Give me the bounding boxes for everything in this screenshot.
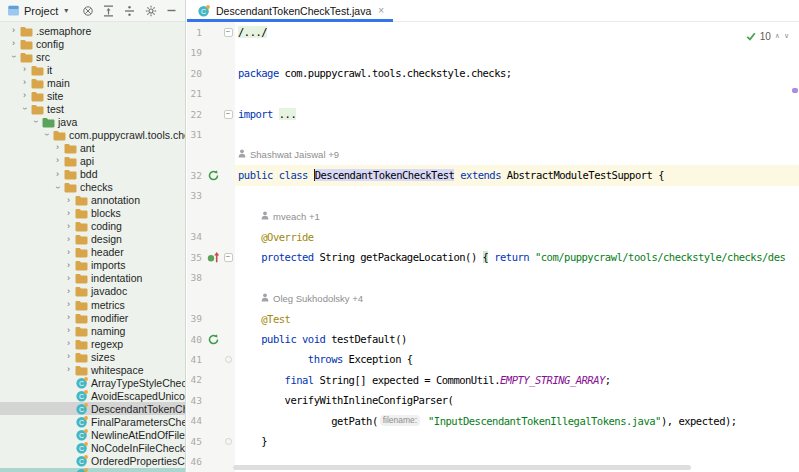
gutter-line-number[interactable]: 20: [187, 63, 205, 83]
tree-item-src[interactable]: ›src: [0, 50, 185, 63]
chevron-expanded-icon[interactable]: ›: [20, 103, 29, 114]
tree-item-indentation[interactable]: ›indentation: [0, 272, 185, 285]
hide-panel-icon[interactable]: [165, 4, 178, 17]
fold-collapsed-icon[interactable]: −: [221, 104, 235, 124]
tree-item-api[interactable]: ›api: [0, 154, 185, 167]
code-line-41[interactable]: 41 throws Exception {: [187, 349, 799, 369]
fold-region-icon[interactable]: [221, 431, 235, 451]
fold-region-icon[interactable]: [221, 349, 235, 369]
gutter-line-number[interactable]: 42: [187, 370, 205, 390]
chevron-expanded-icon[interactable]: ›: [42, 129, 51, 140]
code-line-21[interactable]: 21: [187, 83, 799, 103]
code-line-42[interactable]: 42 final String[] expected = CommonUtil.…: [187, 370, 799, 390]
tree-item-sizes[interactable]: ›sizes: [0, 350, 185, 363]
author-code-vision-row[interactable]: Oleg Sukhodolsky +4: [187, 288, 799, 308]
gutter-line-number[interactable]: 38: [187, 267, 205, 287]
code-line-39[interactable]: 39 @Test: [187, 308, 799, 328]
close-icon[interactable]: ×: [378, 5, 384, 16]
tree-item-NoCodeInFileCheckTest[interactable]: CNoCodeInFileCheckTest: [0, 442, 185, 455]
gutter-line-number[interactable]: 22: [187, 104, 205, 124]
gutter-line-number[interactable]: 21: [187, 83, 205, 103]
tree-item-main[interactable]: ›main: [0, 76, 185, 89]
run-test-icon[interactable]: [205, 165, 221, 185]
code-line-31[interactable]: 31: [187, 124, 799, 144]
gutter-line-number[interactable]: 1: [187, 22, 205, 42]
tree-item-naming[interactable]: ›naming: [0, 324, 185, 337]
chevron-expanded-icon[interactable]: ›: [53, 182, 62, 193]
chevron-collapsed-icon[interactable]: ›: [63, 287, 74, 296]
chevron-collapsed-icon[interactable]: ›: [63, 300, 74, 309]
chevron-expanded-icon[interactable]: ›: [31, 116, 40, 127]
gutter-line-number[interactable]: 40: [187, 329, 205, 349]
horizontal-scrollbar[interactable]: [233, 465, 691, 470]
chevron-collapsed-icon[interactable]: ›: [63, 365, 74, 374]
tree-item-test[interactable]: ›test: [0, 102, 185, 115]
chevron-collapsed-icon[interactable]: ›: [8, 26, 19, 35]
code-line-40[interactable]: 40 public void testDefault(): [187, 329, 799, 349]
chevron-collapsed-icon[interactable]: ›: [8, 39, 19, 48]
code-line-44[interactable]: 44 getPath(filename: "InputDescendantTok…: [187, 411, 799, 431]
tree-item-modifier[interactable]: ›modifier: [0, 311, 185, 324]
tree-item-javadoc[interactable]: ›javadoc: [0, 285, 185, 298]
code-line-38[interactable]: 38: [187, 267, 799, 287]
chevron-collapsed-icon[interactable]: ›: [63, 235, 74, 244]
run-test-icon[interactable]: [205, 329, 221, 349]
chevron-collapsed-icon[interactable]: ›: [63, 209, 74, 218]
chevron-collapsed-icon[interactable]: ›: [63, 274, 74, 283]
tree-item-AvoidEscapedUnicodeCharactersChe[interactable]: CAvoidEscapedUnicodeCharactersChe: [0, 389, 185, 402]
chevron-collapsed-icon[interactable]: ›: [19, 91, 30, 100]
expand-all-icon[interactable]: [123, 4, 136, 17]
tree-item-header[interactable]: ›header: [0, 246, 185, 259]
project-panel-title[interactable]: Project: [24, 5, 58, 17]
chevron-collapsed-icon[interactable]: ›: [63, 326, 74, 335]
author-code-vision-row[interactable]: mveach +1: [187, 206, 799, 226]
chevron-collapsed-icon[interactable]: ›: [52, 156, 63, 165]
code-line-1[interactable]: 1−/.../: [187, 22, 799, 42]
tree-item-coding[interactable]: ›coding: [0, 220, 185, 233]
code-line-22[interactable]: 22−import ...: [187, 104, 799, 124]
author-code-vision-row[interactable]: Shashwat Jaiswal +9: [187, 145, 799, 165]
gutter-line-number[interactable]: 45: [187, 431, 205, 451]
tree-partial-row[interactable]: C: [0, 468, 185, 472]
tree-item-java[interactable]: ›java: [0, 115, 185, 128]
tree-item-it[interactable]: ›it: [0, 63, 185, 76]
code-line-33[interactable]: 33: [187, 186, 799, 206]
select-opened-file-icon[interactable]: [81, 4, 94, 17]
tree-item-ant[interactable]: ›ant: [0, 141, 185, 154]
overrides-method-icon[interactable]: [205, 247, 221, 267]
code-line-35[interactable]: 35− protected String getPackageLocation(…: [187, 247, 799, 267]
tree-item-.semaphore[interactable]: ›.semaphore: [0, 24, 185, 37]
code-editor[interactable]: 1−/.../1920package com.puppycrawl.tools.…: [187, 22, 799, 472]
tree-item-OrderedPropertiesCheckTest[interactable]: COrderedPropertiesCheckTest: [0, 455, 185, 468]
collapse-all-icon[interactable]: [102, 4, 115, 17]
tree-item-config[interactable]: ›config: [0, 37, 185, 50]
gutter-line-number[interactable]: 31: [187, 124, 205, 144]
code-line-32[interactable]: 32public class DescendantTokenCheckTest …: [187, 165, 799, 185]
gutter-line-number[interactable]: 41: [187, 349, 205, 369]
tree-item-imports[interactable]: ›imports: [0, 259, 185, 272]
tree-item-ArrayTypeStyleCheckTest[interactable]: CArrayTypeStyleCheckTest: [0, 376, 185, 389]
chevron-collapsed-icon[interactable]: ›: [63, 352, 74, 361]
code-line-19[interactable]: 19: [187, 42, 799, 62]
tree-item-site[interactable]: ›site: [0, 89, 185, 102]
chevron-collapsed-icon[interactable]: ›: [19, 78, 30, 87]
chevron-down-icon[interactable]: ∨: [784, 32, 789, 40]
tree-item-whitespace[interactable]: ›whitespace: [0, 363, 185, 376]
inspections-widget[interactable]: 10 ∧ ∨: [746, 27, 789, 45]
gutter-line-number[interactable]: 19: [187, 42, 205, 62]
gutter-line-number[interactable]: 43: [187, 390, 205, 410]
tree-item-regexp[interactable]: ›regexp: [0, 337, 185, 350]
chevron-collapsed-icon[interactable]: ›: [19, 65, 30, 74]
gutter-line-number[interactable]: 44: [187, 411, 205, 431]
gutter-line-number[interactable]: 33: [187, 186, 205, 206]
chevron-collapsed-icon[interactable]: ›: [63, 261, 74, 270]
gutter-line-number[interactable]: 34: [187, 227, 205, 247]
settings-gear-icon[interactable]: [144, 4, 157, 17]
tree-item-com.puppycrawl.tools.checkstyle[interactable]: ›com.puppycrawl.tools.checkstyle: [0, 128, 185, 141]
chevron-collapsed-icon[interactable]: ›: [63, 313, 74, 322]
chevron-collapsed-icon[interactable]: ›: [63, 248, 74, 257]
tree-item-checks[interactable]: ›checks: [0, 181, 185, 194]
fold-collapsed-icon[interactable]: −: [221, 22, 235, 42]
tree-item-annotation[interactable]: ›annotation: [0, 194, 185, 207]
tree-item-NewlineAtEndOfFileCheckTest[interactable]: CNewlineAtEndOfFileCheckTest: [0, 428, 185, 441]
